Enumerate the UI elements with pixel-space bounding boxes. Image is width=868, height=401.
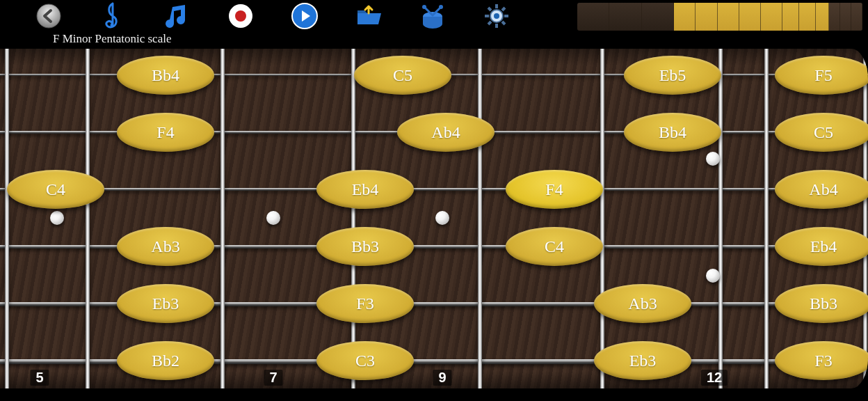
scale-name-text: F Minor Pentatonic scale [53,32,171,46]
fret-inlay-dot [266,211,280,225]
settings-gear-icon[interactable] [483,2,511,30]
note-marker[interactable]: F3 [775,341,868,380]
note-marker[interactable]: F5 [775,56,868,95]
svg-point-0 [37,4,61,28]
note-marker[interactable]: C4 [506,227,603,266]
note-marker[interactable]: Ab4 [775,170,868,209]
note-marker[interactable]: Bb3 [775,284,868,323]
fret-inlay-dot [50,211,64,225]
fret-wire [86,49,90,388]
fret-wire [478,49,482,388]
fret-wire [5,49,9,388]
note-marker[interactable]: Ab3 [117,227,214,266]
svg-point-2 [235,10,246,22]
note-marker[interactable]: Bb4 [117,56,214,95]
note-marker[interactable]: C4 [7,170,104,209]
drum-icon[interactable] [419,2,447,30]
treble-clef-icon[interactable] [99,2,127,30]
note-marker[interactable]: F4 [506,170,603,209]
music-note-icon[interactable] [163,2,191,30]
note-marker[interactable]: C3 [316,341,414,380]
fretboard[interactable]: Bb4C5Eb5F5F4Ab4Bb4C5C4Eb4F4Ab4Ab3Bb3C4Eb… [0,49,868,388]
fret-inlay-dot [435,211,449,225]
fret-wire [351,49,355,388]
fret-wire [718,49,723,388]
fret-wire [863,49,867,388]
svg-line-15 [502,22,505,24]
string-3[interactable] [0,188,868,191]
note-marker[interactable]: F4 [117,113,214,152]
note-marker[interactable]: Eb4 [316,170,414,209]
fret-number-label: 9 [433,370,451,386]
note-marker[interactable]: Eb3 [117,284,214,323]
fret-number-label: 12 [701,370,728,386]
note-marker[interactable]: F3 [316,284,414,323]
fret-wire [600,49,604,388]
note-marker[interactable]: Bb2 [117,341,214,380]
note-marker[interactable]: C5 [354,56,451,95]
toolbar [0,0,868,32]
scale-name-label: F Minor Pentatonic scale [0,32,868,49]
svg-line-17 [488,22,491,24]
note-marker[interactable]: Eb4 [775,227,868,266]
note-marker[interactable]: C5 [775,113,868,152]
back-button[interactable] [35,2,63,30]
svg-line-16 [502,8,505,10]
open-folder-icon[interactable] [355,2,383,30]
note-marker[interactable]: Bb3 [316,227,414,266]
fret-number-label: 5 [30,370,49,386]
svg-point-6 [422,5,426,9]
note-marker[interactable]: Eb5 [624,56,721,95]
note-marker[interactable]: Bb4 [624,113,721,152]
fret-wire [220,49,225,388]
svg-line-14 [488,8,491,10]
fretboard-minimap[interactable] [577,3,862,31]
note-marker[interactable]: Ab3 [594,284,691,323]
fret-inlay-dot [706,152,720,166]
fret-number-label: 7 [264,370,282,386]
svg-point-7 [439,5,443,9]
svg-point-9 [494,13,499,19]
note-marker[interactable]: Eb3 [594,341,691,380]
fret-inlay-dot [706,269,720,283]
note-marker[interactable]: Ab4 [397,113,495,152]
fret-wire [764,49,769,388]
play-button[interactable] [291,2,319,30]
record-button[interactable] [227,2,255,30]
